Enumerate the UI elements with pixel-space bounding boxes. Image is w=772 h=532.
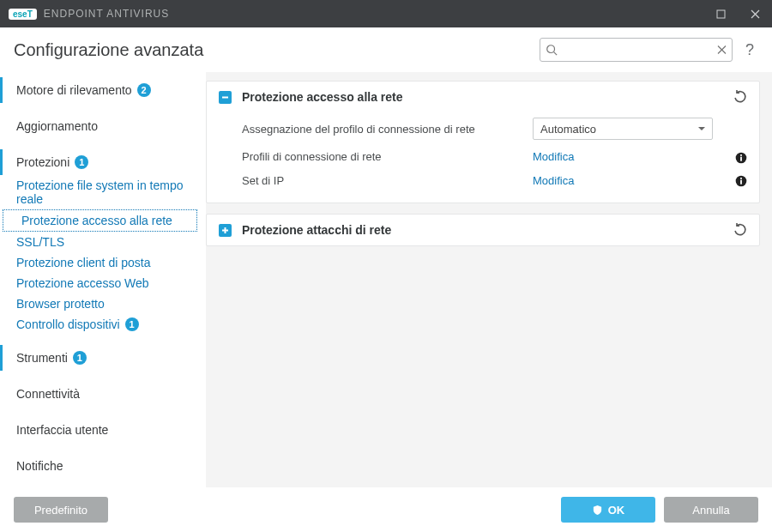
panel-header-network-attack[interactable]: Protezione attacchi di rete xyxy=(207,215,759,245)
sidebar-item-notifications[interactable]: Notifiche xyxy=(0,453,197,479)
field-label: Profili di connessione di rete xyxy=(242,150,524,163)
info-button[interactable] xyxy=(721,174,747,188)
panel-body-network-access: Assegnazione del profilo di connessione … xyxy=(207,112,759,203)
search-input[interactable] xyxy=(563,44,711,57)
row-ip-sets: Set di IP Modifica xyxy=(242,169,747,193)
svg-rect-13 xyxy=(740,178,742,179)
undo-icon xyxy=(733,90,747,104)
page-title: Configurazione avanzata xyxy=(14,40,203,60)
sidebar-item-update[interactable]: Aggiornamento xyxy=(0,113,197,139)
page-header: Configurazione avanzata ? xyxy=(0,27,772,72)
brand-product-name: ENDPOINT ANTIVIRUS xyxy=(44,8,169,20)
sidebar-item-label: Connettività xyxy=(16,387,80,401)
sidebar-item-label: Protezione accesso Web xyxy=(16,276,149,290)
sidebar-item-label: Protezione client di posta xyxy=(16,256,150,269)
sidebar-item-label: Interfaccia utente xyxy=(16,423,108,437)
edit-connection-profiles-link[interactable]: Modifica xyxy=(533,150,713,163)
sidebar-item-label: Protezioni xyxy=(16,155,69,169)
badge-count: 1 xyxy=(73,351,87,365)
sidebar-item-connectivity[interactable]: Connettività xyxy=(0,381,197,407)
square-icon xyxy=(716,9,726,19)
field-label: Assegnazione del profilo di connessione … xyxy=(242,123,524,136)
ok-button-label: OK xyxy=(608,504,625,517)
info-icon xyxy=(735,175,747,187)
sidebar-item-protected-browser[interactable]: Browser protetto xyxy=(0,293,197,314)
info-icon xyxy=(735,152,747,164)
revert-button[interactable] xyxy=(733,223,747,237)
sidebar-item-label: Motore di rilevamento xyxy=(16,83,132,97)
profile-assignment-select[interactable]: Automatico xyxy=(533,118,713,140)
row-profile-assignment: Assegnazione del profilo di connessione … xyxy=(242,112,747,145)
svg-rect-12 xyxy=(740,180,742,184)
svg-line-4 xyxy=(554,52,558,56)
search-icon xyxy=(546,44,558,56)
brand-logo: eseT xyxy=(9,9,37,20)
sidebar-item-detection-engine[interactable]: Motore di rilevamento 2 xyxy=(0,77,197,103)
shield-icon xyxy=(592,505,603,516)
badge-count: 1 xyxy=(125,317,139,331)
defaults-button[interactable]: Predefinito xyxy=(14,497,108,523)
sidebar-item-device-control[interactable]: Controllo dispositivi 1 xyxy=(0,314,197,335)
ok-button[interactable]: OK xyxy=(561,497,655,523)
sidebar-item-protections[interactable]: Protezioni 1 xyxy=(0,149,197,175)
close-icon xyxy=(717,45,727,55)
sidebar-item-network-access[interactable]: Protezione accesso alla rete xyxy=(3,209,197,232)
sidebar-nav: Motore di rilevamento 2 Aggiornamento Pr… xyxy=(0,72,206,487)
close-icon xyxy=(751,9,760,19)
edit-ip-sets-link[interactable]: Modifica xyxy=(533,174,713,187)
main-content: Protezione accesso alla rete Assegnazion… xyxy=(206,72,772,487)
svg-rect-0 xyxy=(717,10,725,18)
badge-count: 1 xyxy=(75,155,88,169)
sidebar-item-web-access[interactable]: Protezione accesso Web xyxy=(0,273,197,293)
row-connection-profiles: Profili di connessione di rete Modifica xyxy=(242,145,747,169)
revert-button[interactable] xyxy=(733,90,747,104)
collapse-icon xyxy=(219,91,232,104)
search-field[interactable] xyxy=(540,38,733,62)
badge-count: 2 xyxy=(137,83,151,97)
svg-rect-9 xyxy=(740,156,742,160)
window-maximize-button[interactable] xyxy=(703,0,738,27)
select-value: Automatico xyxy=(540,123,596,136)
panel-network-attack: Protezione attacchi di rete xyxy=(206,214,760,246)
dialog-footer: Predefinito OK Annulla xyxy=(0,487,772,532)
sidebar-item-label: Browser protetto xyxy=(16,297,105,311)
sidebar-item-label: SSL/TLS xyxy=(16,235,64,249)
search-clear-button[interactable] xyxy=(717,45,727,55)
panel-title: Protezione accesso alla rete xyxy=(242,90,403,104)
sidebar-item-label: Aggiornamento xyxy=(16,119,98,133)
sidebar-item-label: Controllo dispositivi xyxy=(16,317,120,331)
panel-header-network-access[interactable]: Protezione accesso alla rete xyxy=(207,82,759,112)
sidebar-item-ssl-tls[interactable]: SSL/TLS xyxy=(0,232,197,252)
field-label: Set di IP xyxy=(242,174,524,187)
expand-icon xyxy=(219,224,232,237)
svg-rect-10 xyxy=(740,154,742,156)
sidebar-item-label: Strumenti xyxy=(16,351,68,365)
sidebar-item-user-interface[interactable]: Interfaccia utente xyxy=(0,417,197,443)
sidebar-item-tools[interactable]: Strumenti 1 xyxy=(0,345,197,371)
sidebar-item-realtime-fs[interactable]: Protezione file system in tempo reale xyxy=(0,175,197,209)
panel-network-access: Protezione accesso alla rete Assegnazion… xyxy=(206,81,760,203)
undo-icon xyxy=(733,223,747,237)
info-button[interactable] xyxy=(721,150,747,164)
help-button[interactable]: ? xyxy=(741,41,758,59)
sidebar-item-mail-client[interactable]: Protezione client di posta xyxy=(0,252,197,273)
panel-title: Protezione attacchi di rete xyxy=(242,223,391,237)
svg-point-3 xyxy=(547,45,555,53)
window-titlebar: eseT ENDPOINT ANTIVIRUS xyxy=(0,0,772,27)
cancel-button[interactable]: Annulla xyxy=(664,497,758,523)
sidebar-item-label: Protezione accesso alla rete xyxy=(21,214,172,227)
sidebar-item-label: Protezione file system in tempo reale xyxy=(16,178,189,206)
sidebar-item-label: Notifiche xyxy=(16,459,63,473)
window-close-button[interactable] xyxy=(738,0,772,27)
